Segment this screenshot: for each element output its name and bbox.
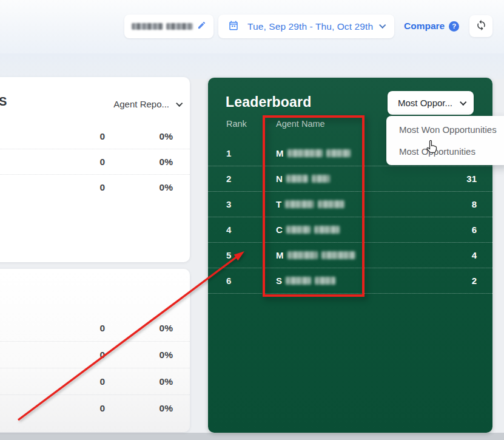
agent-name-cell: S <box>276 276 335 286</box>
stats-card-bottom: 00%00%00%00% <box>0 269 190 432</box>
help-icon[interactable]: ? <box>449 21 459 32</box>
agent-name-blur-segment <box>286 175 308 183</box>
leaderboard-sort-dropdown[interactable]: Most Oppor... <box>388 91 474 115</box>
leaderboard-sort-label: Most Oppor... <box>398 98 452 108</box>
stats-rows: 00%00%00% <box>0 124 190 200</box>
value-cell: 4 <box>472 250 477 260</box>
agent-initial: S <box>276 276 282 286</box>
compare-button[interactable]: Compare ? <box>404 20 459 32</box>
stat-row: 00% <box>0 124 190 149</box>
refresh-sync-icon <box>475 19 487 33</box>
agent-report-dropdown-label: Agent Repo... <box>113 99 169 109</box>
date-range-label: Tue, Sep 29th - Thu, Oct 29th <box>247 21 373 32</box>
agent-name-blur-segment <box>321 251 355 259</box>
stat-row: 00% <box>0 175 190 200</box>
agent-name-blur-segment <box>326 149 351 157</box>
leaderboard-row: 4C6 <box>208 217 492 243</box>
rank-cell: 2 <box>226 174 231 184</box>
card-title-fragment: S <box>0 95 7 109</box>
percent-cell: 0% <box>160 323 173 334</box>
percent-cell: 0% <box>160 131 173 142</box>
agent-initial: N <box>276 174 283 184</box>
agent-name-cell: M <box>276 148 351 158</box>
calendar-icon <box>228 20 239 33</box>
stats-rows: 00%00%00%00% <box>0 315 190 422</box>
stat-row: 00% <box>0 315 190 342</box>
agent-name-blur-segment <box>286 226 311 234</box>
agent-name-blur-segment <box>286 277 311 285</box>
agent-name-blur-segment <box>287 149 323 157</box>
stat-row: 00% <box>0 395 190 422</box>
stats-card-top: S Agent Repo... 00%00%00% <box>0 77 190 262</box>
user-name-blur-segment <box>132 23 163 30</box>
agent-initial: T <box>276 199 281 209</box>
leaderboard-row: 2N31 <box>208 166 492 192</box>
agent-name-cell: T <box>276 199 344 209</box>
stat-row: 00% <box>0 342 190 368</box>
percent-cell: 0% <box>160 350 173 360</box>
rank-cell: 3 <box>226 199 231 209</box>
date-range-picker[interactable]: Tue, Sep 29th - Thu, Oct 29th <box>218 15 394 38</box>
user-name-blur-segment <box>166 23 193 30</box>
rank-cell: 1 <box>226 148 231 158</box>
rank-cell: 6 <box>226 276 231 286</box>
count-cell: 0 <box>99 403 105 414</box>
leaderboard-row: 5M4 <box>208 243 492 268</box>
agent-name-column-header: Agent Name <box>276 119 325 129</box>
agent-name-blur-segment <box>285 200 314 208</box>
agent-name-blur-segment <box>315 277 335 285</box>
compare-label: Compare <box>404 21 445 32</box>
user-name-blurred <box>132 21 196 32</box>
value-cell: 2 <box>472 276 477 286</box>
agent-name-blur-segment <box>318 200 344 208</box>
menu-item-most-opportunities[interactable]: Most Opportunities <box>386 140 504 162</box>
agent-name-blur-segment <box>314 226 340 234</box>
agent-initial: C <box>276 225 283 235</box>
leaderboard-row: 3T8 <box>208 192 492 217</box>
count-cell: 0 <box>99 350 105 360</box>
agent-initial: M <box>276 250 284 260</box>
agent-name-cell: C <box>276 225 340 235</box>
rank-column-header: Rank <box>226 119 247 129</box>
value-cell: 31 <box>466 174 477 184</box>
chevron-down-icon <box>176 100 183 106</box>
count-cell: 0 <box>99 323 105 334</box>
count-cell: 0 <box>99 376 105 387</box>
user-selector[interactable] <box>124 15 213 38</box>
percent-cell: 0% <box>160 182 173 193</box>
value-cell: 8 <box>472 199 477 209</box>
agent-initial: M <box>276 148 284 158</box>
percent-cell: 0% <box>160 403 173 414</box>
content-background-band <box>0 53 504 79</box>
stat-row: 00% <box>0 149 190 175</box>
agent-name-cell: N <box>276 174 330 184</box>
percent-cell: 0% <box>160 157 173 168</box>
sort-dropdown-menu: Most Won OpportunitiesMost Opportunities <box>386 116 504 165</box>
count-cell: 0 <box>99 182 105 193</box>
refresh-button[interactable] <box>469 15 492 37</box>
bottom-strip <box>0 433 504 440</box>
agent-report-dropdown[interactable]: Agent Repo... <box>113 99 181 109</box>
count-cell: 0 <box>99 131 105 142</box>
chevron-down-icon <box>460 98 466 105</box>
agent-name-cell: M <box>276 250 355 260</box>
rank-cell: 4 <box>226 225 231 235</box>
count-cell: 0 <box>99 157 105 168</box>
chevron-down-icon <box>379 22 386 29</box>
stat-row: 00% <box>0 368 190 395</box>
rank-cell: 5 <box>226 250 231 260</box>
leaderboard-row: 6S2 <box>208 268 492 294</box>
leaderboard-title: Leaderboard <box>226 94 312 110</box>
menu-item-most-won-opportunities[interactable]: Most Won Opportunities <box>386 118 504 140</box>
agent-name-blur-segment <box>312 175 330 183</box>
agent-name-blur-segment <box>287 251 318 259</box>
value-cell: 6 <box>472 225 477 235</box>
percent-cell: 0% <box>160 376 173 387</box>
edit-pencil-icon <box>197 21 206 32</box>
